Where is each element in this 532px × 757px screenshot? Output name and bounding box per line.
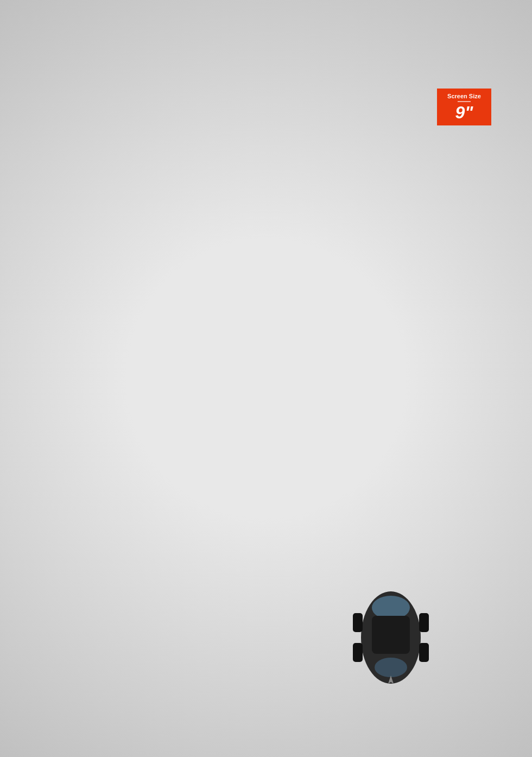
car-wheel-rr <box>419 643 429 662</box>
badge-size: 9" <box>455 103 473 122</box>
car-wheel-fr <box>419 613 429 632</box>
badge-divider <box>458 101 471 102</box>
car-wheel-rl <box>353 643 363 662</box>
feature-grid: No light reflecting under 360° direct su… <box>22 429 510 705</box>
section-ips: IPS Full Screen View No light reflecting… <box>0 384 532 721</box>
screen-size-badge: Screen Size 9" <box>437 89 491 125</box>
car-wheel-fl <box>353 613 363 632</box>
car-svg <box>347 578 434 686</box>
feature-car: Large Viewing Angle <box>271 572 510 705</box>
car-roof-panel <box>372 616 410 654</box>
car-image <box>271 572 510 692</box>
car-windshield-back <box>375 658 407 677</box>
badge-title: Screen Size <box>445 93 484 99</box>
